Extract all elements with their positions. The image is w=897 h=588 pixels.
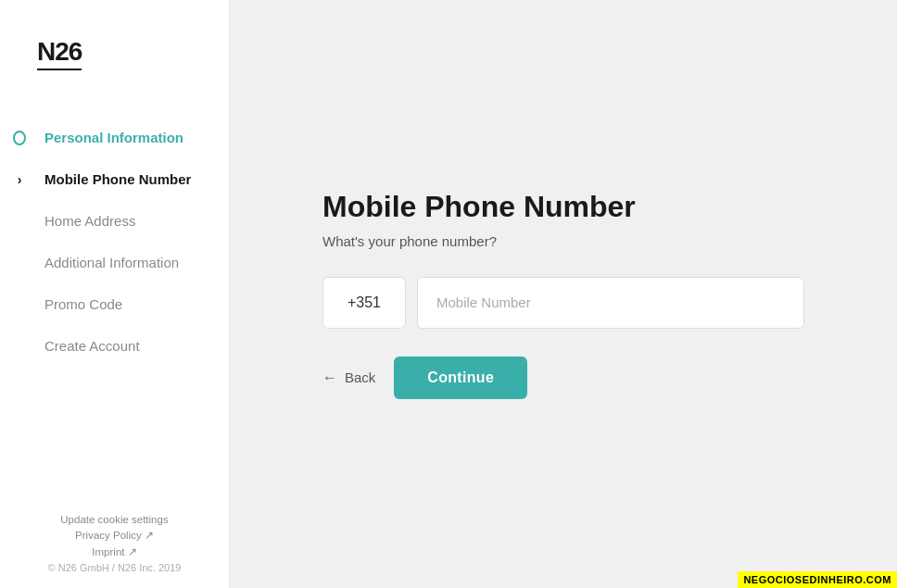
privacy-policy-link[interactable]: Privacy Policy ↗ [19, 529, 210, 542]
sidebar-item-home-address[interactable]: Home Address [0, 200, 229, 242]
navigation: Personal Information › Mobile Phone Numb… [0, 117, 229, 495]
personal-information-label: Personal Information [44, 130, 183, 145]
mobile-phone-number-label: Mobile Phone Number [44, 171, 191, 187]
back-arrow-icon: ← [322, 369, 337, 386]
phone-number-input[interactable] [417, 277, 804, 329]
promo-code-label: Promo Code [44, 296, 122, 312]
sidebar-item-promo-code[interactable]: Promo Code [0, 283, 229, 325]
back-label: Back [345, 369, 375, 385]
watermark: NEGOCIOSEDINHEIRO.COM [738, 571, 897, 588]
circle-check-icon [13, 131, 26, 145]
create-account-label: Create Account [44, 338, 140, 354]
sidebar: N26 Personal Information › Mobile Phone … [0, 0, 230, 588]
additional-information-label: Additional Information [44, 255, 179, 270]
sidebar-item-create-account[interactable]: Create Account [0, 325, 229, 367]
form-title: Mobile Phone Number [322, 190, 804, 224]
form-subtitle: What's your phone number? [322, 233, 804, 249]
imprint-link[interactable]: Imprint ↗ [19, 545, 210, 558]
cookie-settings-link[interactable]: Update cookie settings [19, 514, 210, 525]
continue-button[interactable]: Continue [394, 357, 527, 399]
copyright-text: © N26 GmbH / N26 Inc. 2019 [19, 562, 210, 573]
home-address-label: Home Address [44, 213, 135, 229]
back-link[interactable]: ← Back [322, 369, 375, 386]
arrow-icon: › [18, 172, 22, 187]
sidebar-item-personal-information[interactable]: Personal Information [0, 117, 229, 158]
action-row: ← Back Continue [322, 357, 804, 399]
logo-text: N26 [37, 37, 82, 66]
country-code-selector[interactable]: +351 [322, 277, 406, 329]
sidebar-footer: Update cookie settings Privacy Policy ↗ … [0, 495, 229, 588]
personal-info-indicator [13, 131, 26, 145]
phone-input-row: +351 [322, 277, 804, 329]
logo-area: N26 [0, 0, 229, 117]
sidebar-item-mobile-phone-number[interactable]: › Mobile Phone Number [0, 158, 229, 200]
mobile-phone-indicator: › [13, 172, 26, 187]
main-content: Mobile Phone Number What's your phone nu… [230, 0, 897, 588]
sidebar-item-additional-information[interactable]: Additional Information [0, 242, 229, 283]
form-card: Mobile Phone Number What's your phone nu… [322, 190, 804, 399]
n26-logo: N26 [37, 37, 82, 70]
